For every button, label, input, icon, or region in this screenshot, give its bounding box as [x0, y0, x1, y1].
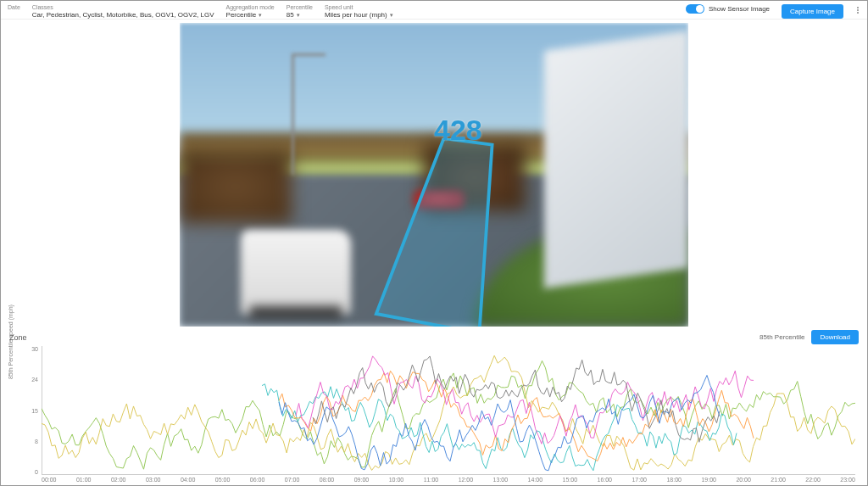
speed-chart[interactable]: 85th Percentile speed (mph) 30241580 00:…: [9, 346, 859, 486]
sensor-area: 428: [1, 20, 867, 328]
classes-field[interactable]: Classes Car, Pedestrian, Cyclist, Motorb…: [32, 4, 214, 19]
date-field[interactable]: Date: [8, 4, 20, 19]
percentile-value: 85: [287, 11, 294, 19]
chevron-down-icon: ▾: [390, 12, 393, 19]
percentile-field[interactable]: Percentile 85▾: [287, 4, 313, 19]
chevron-down-icon: ▾: [297, 12, 300, 19]
sensor-image: 428: [180, 23, 688, 327]
chevron-down-icon: ▾: [259, 12, 262, 19]
date-label: Date: [8, 4, 20, 10]
chart-yticks: 30241580: [25, 346, 38, 475]
download-button[interactable]: Download: [811, 330, 859, 344]
classes-label: Classes: [32, 4, 214, 10]
svg-marker-0: [376, 138, 492, 327]
percentile-label: Percentile: [287, 4, 313, 10]
toggle-icon: [686, 4, 704, 14]
show-sensor-toggle[interactable]: Show Sensor Image: [686, 4, 770, 14]
percentile-tag: 85th Percentile: [760, 333, 804, 341]
zone-overlay[interactable]: [373, 138, 534, 327]
zone-count: 428: [434, 114, 482, 147]
chart-xticks: 00:0001:0002:0003:0004:0005:0006:0007:00…: [42, 477, 855, 486]
capture-image-button[interactable]: Capture Image: [782, 4, 843, 19]
speed-unit-field[interactable]: Speed unit Miles per hour (mph)▾: [325, 4, 393, 19]
aggregation-label: Aggregation mode: [226, 4, 275, 10]
chart-plot: [42, 346, 855, 475]
show-sensor-label: Show Sensor Image: [709, 5, 770, 13]
chart-ylabel: 85th Percentile speed (mph): [8, 304, 14, 379]
classes-value: Car, Pedestrian, Cyclist, Motorbike, Bus…: [32, 11, 214, 19]
speed-unit-value: Miles per hour (mph): [325, 11, 387, 19]
chart-section: Zone 85th Percentile Download 85th Perce…: [1, 328, 867, 486]
toolbar: Date Classes Car, Pedestrian, Cyclist, M…: [1, 1, 867, 20]
more-icon[interactable]: [855, 4, 860, 16]
aggregation-value: Percentile: [226, 11, 257, 19]
aggregation-field[interactable]: Aggregation mode Percentile▾: [226, 4, 275, 19]
speed-unit-label: Speed unit: [325, 4, 393, 10]
